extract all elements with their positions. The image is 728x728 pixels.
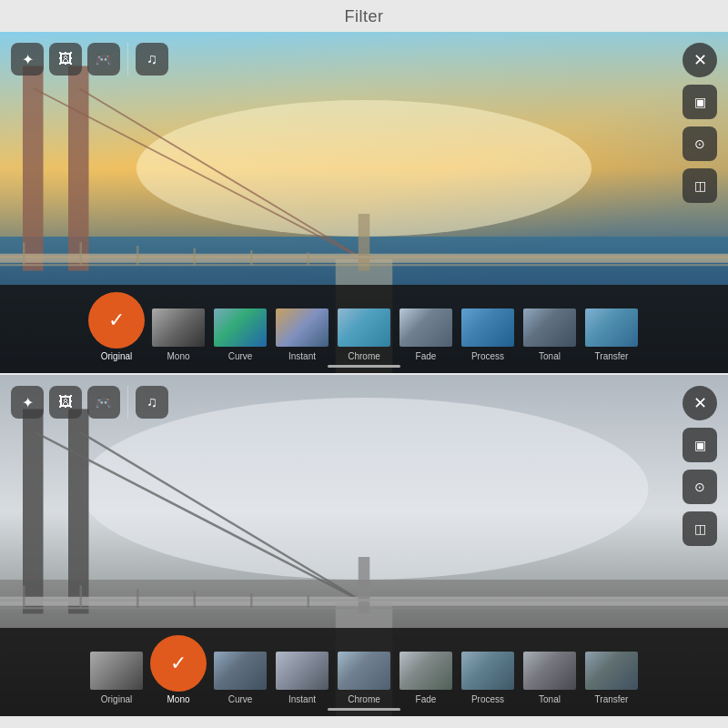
video-icon-b[interactable]: ▣ [682, 428, 717, 462]
filter-mono-label: Mono [167, 351, 189, 361]
filter-chrome-label-b: Chrome [348, 694, 380, 704]
right-toolbar-bottom: ✕ ▣ ⊙ ◫ [682, 386, 717, 546]
svg-rect-18 [308, 253, 310, 266]
filter-tonal-top[interactable]: Tonal [521, 307, 578, 361]
svg-point-1 [136, 100, 592, 237]
filter-fade-label-b: Fade [416, 694, 437, 704]
svg-rect-16 [194, 248, 197, 266]
top-panel: ✦ 🖼 🎮 ♫ ✕ ▣ ⊙ ◫ ✓ Original Mono Curve [0, 32, 728, 373]
svg-rect-32 [23, 585, 25, 608]
svg-rect-14 [80, 242, 83, 265]
toolbar-separator [127, 43, 128, 76]
filter-tonal-label: Tonal [539, 351, 561, 361]
svg-rect-9 [359, 214, 370, 271]
svg-line-25 [80, 432, 365, 603]
filter-chrome-label: Chrome [348, 351, 380, 361]
filter-original-label: Original [101, 351, 132, 361]
filter-strip-bottom: Original ✓ Mono Curve Instant Chrome [0, 628, 728, 716]
filter-transfer-bottom[interactable]: Transfer [583, 650, 640, 704]
filter-curve-label: Curve [228, 351, 253, 361]
svg-rect-28 [359, 557, 370, 614]
filter-original-top[interactable]: ✓ Original [88, 292, 145, 361]
filter-original-label-b: Original [101, 694, 132, 704]
close-icon-b[interactable]: ✕ [682, 386, 717, 420]
svg-line-24 [35, 432, 365, 603]
filter-transfer-label: Transfer [595, 351, 629, 361]
svg-rect-3 [23, 66, 44, 271]
svg-rect-4 [68, 66, 89, 271]
filter-original-circle: ✓ [88, 292, 145, 349]
filter-instant-bottom[interactable]: Instant [274, 650, 330, 704]
filter-fade-label: Fade [416, 351, 437, 361]
filter-original-bottom[interactable]: Original [88, 650, 145, 704]
scroll-bar-top [328, 365, 400, 368]
close-icon[interactable]: ✕ [682, 43, 717, 77]
filter-instant-label: Instant [288, 351, 316, 361]
music-icon[interactable]: ♫ [136, 43, 168, 76]
music-icon-b[interactable]: ♫ [136, 386, 168, 419]
filter-items-bottom: Original ✓ Mono Curve Instant Chrome [7, 635, 721, 704]
top-toolbar: ✦ 🖼 🎮 ♫ [11, 43, 168, 76]
camera-icon-b[interactable]: ⊙ [682, 470, 717, 504]
right-toolbar-top: ✕ ▣ ⊙ ◫ [682, 43, 717, 203]
filter-chrome-top[interactable]: Chrome [336, 307, 392, 361]
scroll-indicator-bottom [7, 704, 721, 713]
svg-rect-13 [23, 242, 25, 265]
scroll-bar-bottom [328, 708, 400, 711]
filter-process-bottom[interactable]: Process [460, 650, 516, 704]
filter-tonal-bottom[interactable]: Tonal [521, 650, 578, 704]
filter-process-top[interactable]: Process [460, 307, 516, 361]
filter-items-top: ✓ Original Mono Curve Instant Chrome [7, 292, 721, 361]
svg-rect-23 [68, 410, 89, 614]
svg-point-20 [80, 398, 649, 580]
toolbar-separator-b [127, 386, 128, 419]
filter-curve-top[interactable]: Curve [212, 307, 268, 361]
scroll-indicator-top [7, 361, 721, 369]
filter-fade-bottom[interactable]: Fade [398, 650, 454, 704]
svg-rect-34 [136, 589, 139, 608]
filter-process-label-b: Process [471, 694, 504, 704]
svg-rect-36 [250, 593, 253, 608]
game-icon[interactable]: 🎮 [87, 43, 120, 76]
filter-curve-label-b: Curve [228, 694, 253, 704]
filter-instant-label-b: Instant [288, 694, 316, 704]
image-icon[interactable]: 🖼 [49, 43, 82, 76]
page-title: Filter [0, 0, 728, 32]
filter-mono-circle: ✓ [150, 635, 207, 692]
image-icon-b[interactable]: 🖼 [49, 386, 82, 419]
filter-strip-top: ✓ Original Mono Curve Instant Chrome [0, 285, 728, 373]
filter-chrome-bottom[interactable]: Chrome [336, 650, 392, 704]
svg-rect-33 [80, 585, 83, 608]
svg-rect-15 [136, 246, 139, 265]
bottom-panel: ✦ 🖼 🎮 ♫ ✕ ▣ ⊙ ◫ Original ✓ Mono Curve [0, 375, 728, 716]
svg-line-5 [35, 89, 365, 260]
svg-rect-17 [250, 250, 253, 265]
video-icon[interactable]: ▣ [682, 85, 717, 119]
camera-icon[interactable]: ⊙ [682, 126, 717, 161]
filter-mono-top[interactable]: Mono [150, 307, 207, 361]
filter-mono-label-b: Mono [167, 694, 189, 704]
filter-curve-bottom[interactable]: Curve [212, 650, 268, 704]
photo-icon-b[interactable]: ◫ [682, 511, 717, 546]
svg-line-6 [80, 89, 365, 260]
svg-rect-7 [0, 254, 728, 263]
svg-rect-37 [308, 596, 310, 609]
filter-tonal-label-b: Tonal [539, 694, 561, 704]
filter-fade-top[interactable]: Fade [398, 307, 454, 361]
game-icon-b[interactable]: 🎮 [87, 386, 120, 419]
filter-mono-bottom[interactable]: ✓ Mono [150, 635, 207, 704]
top-toolbar-bottom: ✦ 🖼 🎮 ♫ [11, 386, 168, 419]
magic-wand-icon[interactable]: ✦ [11, 43, 44, 76]
filter-transfer-label-b: Transfer [595, 694, 629, 704]
filter-transfer-top[interactable]: Transfer [583, 307, 640, 361]
svg-rect-35 [194, 592, 197, 609]
magic-wand-icon-b[interactable]: ✦ [11, 386, 44, 419]
filter-process-label: Process [471, 351, 504, 361]
svg-rect-26 [0, 597, 728, 606]
photo-icon[interactable]: ◫ [682, 168, 717, 203]
svg-rect-22 [23, 410, 44, 614]
filter-instant-top[interactable]: Instant [274, 307, 330, 361]
